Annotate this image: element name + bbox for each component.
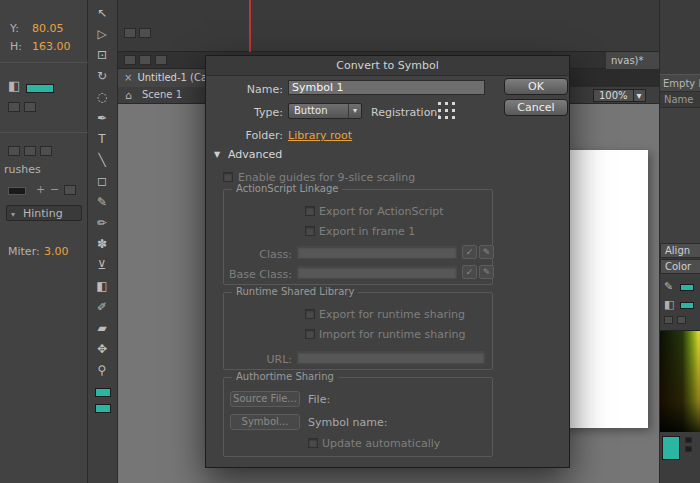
registration-label: Registration: [371,106,433,119]
base-class-field[interactable] [297,266,457,279]
paint-bucket-tool[interactable]: ◧ [88,276,116,297]
validate-class-button[interactable]: ✓ [462,245,477,259]
scene-label[interactable]: Scene 1 [142,89,182,100]
eraser-tool[interactable]: ▰ [88,318,116,339]
fill-bucket-icon[interactable]: ◧ [8,78,20,93]
text-tool[interactable]: T [88,129,116,150]
symbol-button[interactable]: Symbol... [230,414,300,430]
export-runtime-sharing-checkbox[interactable] [305,309,315,319]
miter-value[interactable]: 3.00 [44,245,69,258]
export-for-actionscript-checkbox[interactable] [305,206,315,216]
y-label: Y: [10,22,19,35]
eyedropper-tool[interactable]: ✐ [88,297,116,318]
selection-tool[interactable]: ↖ [88,3,116,24]
miter-label: Miter: [8,245,40,258]
swatch-option-icon-1[interactable] [685,437,692,443]
zoom-value[interactable]: 100% [593,89,634,102]
edit-base-class-button[interactable]: ✎ [479,265,494,279]
dialog-title[interactable]: Convert to Symbol [206,56,569,76]
object-drawing-icon[interactable] [8,102,20,112]
swatch-option-icon-2[interactable] [685,446,692,452]
pen-tool[interactable]: ✒ [88,108,116,129]
source-file-button[interactable]: Source File... [230,391,300,407]
add-brush-icon[interactable]: + [36,183,45,196]
import-runtime-sharing-checkbox[interactable] [305,329,315,339]
advanced-triangle-icon[interactable]: ▼ [214,150,220,159]
registration-grid[interactable] [438,102,455,119]
bone-tool[interactable]: ⊻ [88,255,116,276]
current-color-swatch[interactable] [662,436,680,460]
fill-color-swatch[interactable] [680,302,694,309]
nine-slice-checkbox[interactable] [223,172,233,182]
document-tab-fragment[interactable]: nvas)* [606,52,659,69]
runtime-shared-library-title: Runtime Shared Library [232,286,358,297]
ok-button[interactable]: OK [504,78,568,95]
stroke-color-swatch[interactable] [95,388,111,397]
advanced-toggle[interactable]: Advanced [228,148,282,161]
h-label: H: [10,40,22,53]
library-name-column[interactable]: Name [660,92,700,108]
chevron-down-icon[interactable]: ▾ [634,89,646,102]
remove-brush-icon[interactable]: − [50,183,59,196]
fill-color-swatch[interactable] [26,84,54,93]
class-field[interactable] [297,246,457,259]
stroke-color-swatch[interactable] [680,284,694,291]
pencil-tool[interactable]: ✎ [88,192,116,213]
rectangle-tool[interactable]: ◻ [88,171,116,192]
symbol-name-input[interactable] [288,80,485,95]
style-option-icon-3[interactable] [40,146,52,156]
zoom-tool[interactable]: ⚲ [88,360,116,381]
validate-base-class-button[interactable]: ✓ [462,265,477,279]
lasso-tool[interactable]: ◌ [88,87,116,108]
new-layer-icon[interactable] [124,28,136,38]
cancel-button[interactable]: Cancel [504,99,568,116]
zoom-control[interactable]: 100% ▾ [593,89,646,102]
url-label: URL: [224,353,292,366]
deco-tool[interactable]: ✽ [88,234,116,255]
hinting-dropdown[interactable]: ▾ Hinting [6,205,82,221]
brush-option-icon[interactable] [64,185,76,195]
actionscript-linkage-title: ActionScript Linkage [232,183,342,194]
folder-icon[interactable] [124,55,136,65]
swap-colors-icon[interactable] [677,316,686,324]
subselection-tool[interactable]: ▷ [88,24,116,45]
export-in-frame1-checkbox[interactable] [305,226,315,236]
export-in-frame1-label: Export in frame 1 [319,225,415,238]
layer-icon[interactable] [139,55,151,65]
timeline-panel[interactable] [118,0,659,52]
type-dropdown[interactable]: Button ▾ [288,103,362,119]
folder-link[interactable]: Library root [288,129,352,142]
free-transform-tool[interactable]: ⊡ [88,45,116,66]
color-spectrum[interactable] [660,330,700,432]
3d-rotation-tool[interactable]: ↻ [88,66,116,87]
pencil-icon: ✎ [483,267,491,277]
fill-bucket-icon[interactable]: ◧ [664,298,674,311]
snap-icon[interactable] [24,102,36,112]
style-option-icon-1[interactable] [8,146,20,156]
trash-icon[interactable] [155,55,167,65]
h-value[interactable]: 163.00 [32,40,71,53]
url-field[interactable] [297,351,485,364]
tab-align[interactable]: Align [660,243,700,258]
update-automatically-checkbox[interactable] [308,438,318,448]
brush-tool[interactable]: ✏ [88,213,116,234]
base-class-label: Base Class: [224,268,292,281]
library-list[interactable] [660,108,700,243]
stroke-pencil-icon[interactable]: ✎ [664,280,673,293]
home-icon[interactable]: ⌂ [125,89,132,102]
folder-label: Folder: [206,129,283,142]
edit-class-button[interactable]: ✎ [479,245,494,259]
fill-color-swatch[interactable] [95,404,111,413]
new-folder-icon[interactable] [139,28,151,38]
close-icon[interactable]: × [124,72,132,83]
line-tool[interactable]: ╲ [88,150,116,171]
style-option-icon-2[interactable] [24,146,36,156]
playhead-marker[interactable] [249,0,251,52]
chevron-down-icon: ▾ [348,104,361,118]
hand-tool[interactable]: ✥ [88,339,116,360]
brushes-label: rushes [4,163,41,176]
export-for-actionscript-label: Export for ActionScript [319,205,443,218]
black-white-icon[interactable] [664,316,673,324]
y-value[interactable]: 80.05 [32,22,64,35]
tab-color[interactable]: Color [660,259,700,274]
